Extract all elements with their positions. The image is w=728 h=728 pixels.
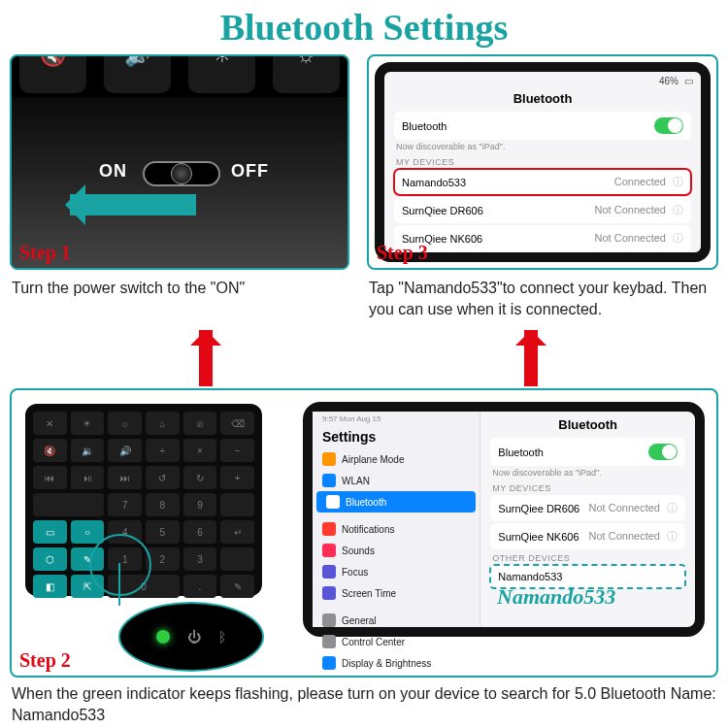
toggle-on-icon[interactable] — [648, 444, 678, 460]
key: ✕ — [33, 412, 67, 435]
device-name: Namando533 — [402, 177, 466, 188]
bluetooth-icon — [326, 495, 340, 509]
sidebar-item-display[interactable]: Display & Brightness — [313, 652, 480, 674]
panel-step-1: 🔇 🔊 ☀ ☼ ON OFF Step 1 — [10, 54, 349, 270]
device-row[interactable]: SurnQiee DR606 Not Connected ⓘ — [490, 495, 685, 521]
hourglass-icon — [322, 586, 336, 600]
battery-icon: ▭ — [684, 76, 693, 86]
device-callout: Namando533 — [497, 584, 615, 610]
sidebar-item-focus[interactable]: Focus — [313, 561, 480, 582]
discoverable-text: Now discoverable as "iPad". — [492, 468, 683, 478]
device-status: Not Connected — [595, 232, 666, 244]
key-volume-icon: 🔊 — [104, 54, 171, 93]
key: ⬡ — [33, 547, 67, 571]
sidebar-item-wlan[interactable]: WLAN — [313, 470, 480, 491]
key: 🔉 — [71, 439, 105, 462]
key: + — [220, 466, 254, 489]
device-row[interactable]: Namando533 Connected ⓘ — [394, 169, 691, 195]
key: × — [183, 439, 217, 462]
keyboard-top-keys: 🔇 🔊 ☀ ☼ — [12, 54, 347, 93]
switch-off-label: OFF — [231, 161, 269, 182]
info-icon[interactable]: ⓘ — [670, 204, 683, 215]
key: 🔇 — [33, 439, 67, 462]
status-bar: 46% ▭ — [384, 72, 701, 89]
sidebar-item-notifications[interactable]: Notifications — [313, 518, 480, 540]
key: ↺ — [146, 466, 180, 489]
step-2-caption: When the green indicator keeps flashing,… — [12, 683, 716, 725]
bluetooth-toggle-row[interactable]: Bluetooth — [394, 112, 691, 140]
arrow-up-icon — [524, 330, 538, 386]
key: ◧ — [33, 575, 67, 598]
battery-percent: 46% — [659, 76, 678, 86]
sidebar-item-bluetooth[interactable]: Bluetooth — [316, 491, 476, 513]
my-devices-label: MY DEVICES — [396, 157, 689, 167]
gear-icon — [322, 613, 336, 627]
key-mute-icon: 🔇 — [19, 54, 86, 93]
sidebar-item-controlcenter[interactable]: Control Center — [313, 631, 480, 652]
key: ↵ — [220, 520, 254, 544]
step-1-label: Step 1 — [19, 242, 71, 264]
key: 7 — [108, 493, 142, 516]
settings-sidebar: 9:57 Mon Aug 15 Settings Airplane Mode W… — [313, 412, 480, 627]
switch-on-label: ON — [99, 161, 127, 182]
key: 9 — [183, 493, 217, 516]
ipad-screen: 46% ▭ Bluetooth Bluetooth Now discoverab… — [375, 62, 711, 262]
key: ⏭ — [108, 466, 142, 489]
sidebar-item-sounds[interactable]: Sounds — [313, 540, 480, 561]
device-row[interactable]: SurnQiee DR606 Not Connected ⓘ — [394, 197, 691, 223]
device-row[interactable]: SurnQiee NK606 Not Connected ⓘ — [394, 225, 691, 251]
bluetooth-header: Bluetooth — [490, 417, 685, 432]
bell-icon — [322, 522, 336, 536]
step-3-caption: Tap "Namando533"to connect your keybad. … — [369, 278, 718, 319]
my-devices-label: MY DEVICES — [492, 483, 683, 493]
other-devices-label: OTHER DEVICES — [492, 553, 683, 563]
sun-icon — [322, 656, 336, 670]
key: 3 — [183, 547, 217, 571]
bluetooth-toggle-row[interactable]: Bluetooth — [490, 438, 685, 466]
page-title: Bluetooth Settings — [0, 0, 728, 50]
key: ⏮ — [33, 466, 67, 489]
discoverable-text: Now discoverable as "iPad". — [396, 142, 689, 151]
info-icon[interactable]: ⓘ — [670, 232, 683, 244]
toggle-on-icon[interactable] — [654, 117, 683, 134]
sidebar-item-general[interactable]: General — [313, 610, 480, 631]
key: ⌫ — [220, 412, 254, 435]
arrow-up-icon — [199, 330, 213, 386]
key: ☀ — [71, 412, 105, 435]
key: ⌂ — [146, 412, 180, 435]
key-brightness-up-icon: ☼ — [273, 54, 340, 93]
device-status: Not Connected — [595, 204, 666, 215]
airplane-icon — [322, 452, 336, 466]
key — [220, 547, 254, 571]
key: ☼ — [108, 412, 142, 435]
sidebar-item-airplane[interactable]: Airplane Mode — [313, 448, 480, 470]
status-time: 9:57 Mon Aug 15 — [313, 412, 480, 423]
device-name: SurnQiee DR606 — [402, 205, 483, 216]
bluetooth-header: Bluetooth — [394, 91, 691, 106]
wifi-icon — [322, 474, 336, 487]
key: . — [183, 575, 217, 598]
speaker-icon — [322, 544, 336, 557]
key: − — [220, 439, 254, 462]
key: ✎ — [220, 575, 254, 598]
device-status: Connected — [614, 176, 666, 187]
sidebar-item-homescreen[interactable]: Home Screen & Dock — [313, 674, 480, 678]
panel-step-3: 46% ▭ Bluetooth Bluetooth Now discoverab… — [367, 54, 718, 270]
key: 8 — [146, 493, 180, 516]
power-switch[interactable] — [143, 161, 220, 186]
step-3-label: Step 3 — [377, 242, 428, 264]
sidebar-item-screentime[interactable]: Screen Time — [313, 582, 480, 604]
key: 5 — [146, 520, 180, 544]
device-row[interactable]: SurnQiee NK606 Not Connected ⓘ — [490, 523, 685, 549]
key-display — [33, 493, 104, 516]
info-icon[interactable]: ⓘ — [664, 502, 678, 513]
key: ⎚ — [183, 412, 217, 435]
arrow-left-icon — [70, 194, 196, 215]
key: 6 — [183, 520, 217, 544]
info-icon[interactable]: ⓘ — [670, 176, 683, 187]
sliders-icon — [322, 635, 336, 648]
key: ↻ — [183, 466, 217, 489]
moon-icon — [322, 565, 336, 579]
info-icon[interactable]: ⓘ — [664, 530, 678, 542]
key — [220, 493, 254, 516]
